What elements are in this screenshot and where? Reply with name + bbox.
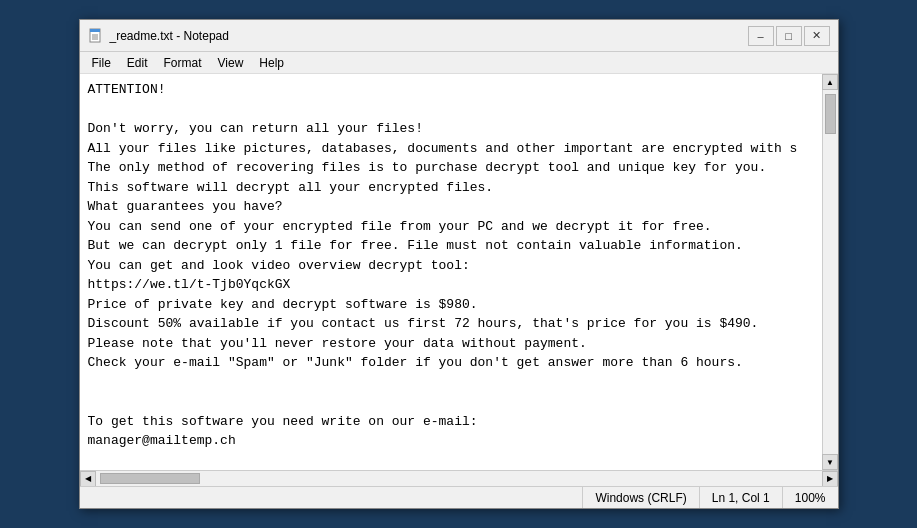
scroll-left-arrow[interactable]: ◀: [80, 471, 96, 487]
status-bar: Windows (CRLF) Ln 1, Col 1 100%: [80, 486, 838, 508]
scroll-down-arrow[interactable]: ▼: [822, 454, 838, 470]
menu-bar: File Edit Format View Help: [80, 52, 838, 74]
horizontal-scrollbar[interactable]: ◀ ▶: [80, 470, 838, 486]
scroll-up-arrow[interactable]: ▲: [822, 74, 838, 90]
scroll-track-v[interactable]: [823, 90, 838, 454]
minimize-button[interactable]: –: [748, 26, 774, 46]
menu-view[interactable]: View: [210, 54, 252, 72]
svg-rect-1: [90, 29, 100, 32]
menu-format[interactable]: Format: [156, 54, 210, 72]
text-content[interactable]: ATTENTION! Don't worry, you can return a…: [80, 74, 822, 470]
menu-file[interactable]: File: [84, 54, 119, 72]
scroll-thumb-h[interactable]: [100, 473, 200, 484]
close-button[interactable]: ✕: [804, 26, 830, 46]
vertical-scrollbar[interactable]: ▲ ▼: [822, 74, 838, 470]
status-line-col: Ln 1, Col 1: [699, 487, 782, 508]
menu-edit[interactable]: Edit: [119, 54, 156, 72]
scroll-track-h[interactable]: [96, 471, 822, 486]
status-encoding: Windows (CRLF): [582, 487, 698, 508]
window-controls: – □ ✕: [748, 26, 830, 46]
window-title: _readme.txt - Notepad: [110, 29, 748, 43]
scroll-thumb-v[interactable]: [825, 94, 836, 134]
maximize-button[interactable]: □: [776, 26, 802, 46]
scroll-right-arrow[interactable]: ▶: [822, 471, 838, 487]
status-zoom: 100%: [782, 487, 838, 508]
notepad-window: _readme.txt - Notepad – □ ✕ File Edit Fo…: [79, 19, 839, 509]
menu-help[interactable]: Help: [251, 54, 292, 72]
app-icon: [88, 28, 104, 44]
content-wrapper: ATTENTION! Don't worry, you can return a…: [80, 74, 838, 470]
title-bar: _readme.txt - Notepad – □ ✕: [80, 20, 838, 52]
